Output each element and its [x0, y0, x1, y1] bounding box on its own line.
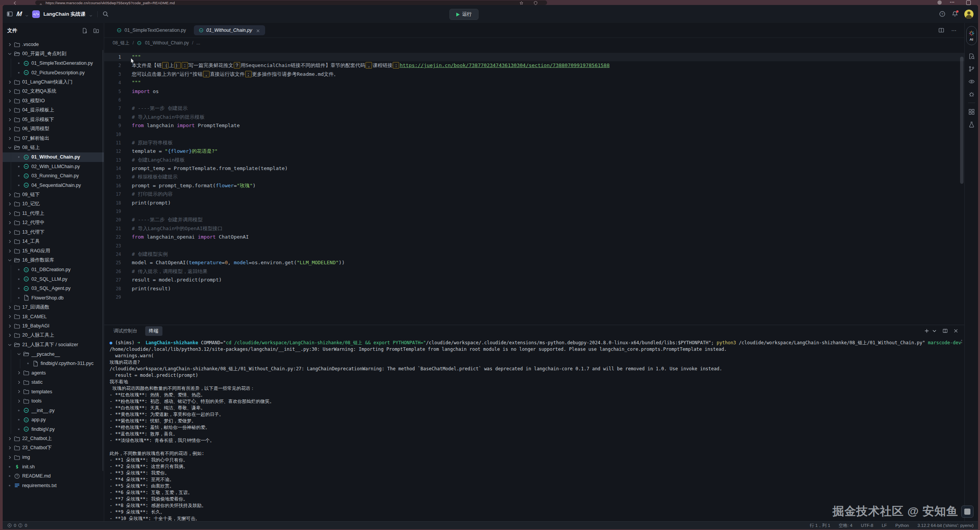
- close-tab-icon[interactable]: [256, 28, 261, 33]
- chevron-right-icon[interactable]: [16, 398, 22, 404]
- tree-item[interactable]: static: [3, 378, 104, 387]
- tree-item[interactable]: __init__.py: [3, 406, 104, 415]
- new-terminal-icon[interactable]: [924, 328, 929, 334]
- extension-shield-icon[interactable]: [533, 0, 538, 5]
- panel-tab[interactable]: 调试控制台: [110, 326, 141, 336]
- chevron-right-icon[interactable]: [7, 107, 13, 113]
- status-item[interactable]: UTF-8: [861, 523, 873, 528]
- toggle-sidebar-icon[interactable]: [7, 11, 13, 17]
- tree-item[interactable]: 06_调用模型: [3, 124, 104, 134]
- code-editor-surface[interactable]: 1"""2本文件是【链（上）：写一篇完美鲜花推文？用SequencialChai…: [104, 48, 965, 325]
- breadcrumb-item[interactable]: 08_链上: [113, 40, 129, 46]
- terminal-scrollbar[interactable]: ▲▼: [960, 339, 963, 344]
- source-control-icon[interactable]: [968, 65, 975, 72]
- tree-item[interactable]: 15_RAG应用: [3, 246, 104, 256]
- tree-item[interactable]: 19_BabyAGI: [3, 321, 104, 331]
- breadcrumb-item[interactable]: 01_Without_Chain.py: [145, 40, 189, 46]
- tree-item[interactable]: 00_开篇词_奇点时刻: [3, 49, 104, 59]
- new-file-icon[interactable]: [82, 28, 88, 34]
- tree-item[interactable]: 23_Chatbot下: [3, 443, 104, 453]
- chevron-right-icon[interactable]: [7, 314, 13, 320]
- chevron-down-icon[interactable]: [7, 342, 13, 348]
- chevron-right-icon[interactable]: [7, 239, 13, 245]
- search-icon[interactable]: [102, 11, 109, 17]
- tree-item[interactable]: __pycache__: [3, 350, 104, 359]
- preview-eye-icon[interactable]: [968, 78, 975, 85]
- tree-item[interactable]: 18_CAMEL: [3, 312, 104, 322]
- tree-item[interactable]: FlowerShop.db: [3, 293, 104, 303]
- tree-item[interactable]: findbigV.py: [3, 425, 104, 434]
- tree-item[interactable]: 01_DBCreation.py: [3, 265, 104, 275]
- chevron-right-icon[interactable]: [7, 445, 13, 451]
- tree-item[interactable]: requirements.txt: [3, 481, 104, 491]
- chevron-right-icon[interactable]: [7, 41, 13, 47]
- new-folder-icon[interactable]: [93, 28, 99, 34]
- editor-tab[interactable]: 01_SimpleTextGeneration.py: [112, 25, 191, 35]
- tree-item[interactable]: 01_LangChain快速入门: [3, 77, 104, 87]
- tree-item[interactable]: findbigV.cpython-311.pyc: [3, 359, 104, 368]
- tree-item[interactable]: 02_文档QA系统: [3, 87, 104, 97]
- status-item[interactable]: Python: [895, 523, 909, 528]
- tree-item[interactable]: 04_SequentialChain.py: [3, 181, 104, 190]
- tree-item[interactable]: 02_PictureDescription.py: [3, 68, 104, 78]
- chevron-right-icon[interactable]: [7, 332, 13, 339]
- tree-item[interactable]: .vscode: [3, 40, 104, 49]
- chevron-right-icon[interactable]: [7, 135, 13, 141]
- chevron-down-icon[interactable]: [7, 145, 13, 151]
- chevron-right-icon[interactable]: [7, 248, 13, 254]
- chevron-right-icon[interactable]: [7, 116, 13, 123]
- tree-item[interactable]: 02_With_LLMChain.py: [3, 162, 104, 172]
- chevron-right-icon[interactable]: [7, 435, 13, 442]
- more-actions-icon[interactable]: ⋯: [951, 27, 957, 33]
- browser-menu-dots-icon[interactable]: •••: [950, 0, 955, 5]
- chevron-right-icon[interactable]: [16, 389, 22, 395]
- close-panel-icon[interactable]: [953, 328, 959, 334]
- tree-item[interactable]: 22_Chatbot上: [3, 434, 104, 443]
- extensions-icon[interactable]: [968, 108, 975, 115]
- test-beaker-icon[interactable]: [968, 121, 975, 128]
- notifications-bell-icon[interactable]: [952, 11, 958, 17]
- chevron-right-icon[interactable]: [16, 379, 22, 385]
- chevron-right-icon[interactable]: [7, 88, 13, 95]
- tree-item[interactable]: 12_代理中: [3, 218, 104, 228]
- tree-item[interactable]: tools: [3, 396, 104, 406]
- file-search-icon[interactable]: [968, 53, 975, 60]
- panel-tab[interactable]: 终端: [145, 326, 162, 336]
- split-editor-icon[interactable]: [938, 27, 944, 33]
- chevron-down-icon[interactable]: [25, 12, 29, 16]
- tree-item[interactable]: 07_解析输出: [3, 134, 104, 143]
- terminal-dropdown-chevron-icon[interactable]: [932, 328, 937, 334]
- chevron-right-icon[interactable]: [7, 229, 13, 235]
- tree-item[interactable]: img: [3, 453, 104, 462]
- chevron-down-icon[interactable]: [89, 12, 93, 16]
- tree-item[interactable]: app.py: [3, 415, 104, 425]
- tree-item[interactable]: 13_代理下: [3, 227, 104, 237]
- tree-item[interactable]: 10_记忆: [3, 200, 104, 209]
- editor-scrollbar[interactable]: [960, 57, 964, 184]
- tree-item[interactable]: 20_人脉工具上: [3, 331, 104, 340]
- tree-item[interactable]: ?README.md: [3, 471, 104, 481]
- chevron-right-icon[interactable]: [7, 454, 13, 460]
- tree-item[interactable]: 02_SQL_LLM.py: [3, 275, 104, 284]
- tree-item[interactable]: templates: [3, 387, 104, 397]
- chevron-right-icon[interactable]: [7, 220, 13, 226]
- tree-item[interactable]: 16_操作数据库: [3, 256, 104, 265]
- chevron-down-icon[interactable]: [16, 351, 22, 357]
- warnings-icon[interactable]: [18, 523, 23, 528]
- terminal-output[interactable]: ● (shims) ➜ LangChain-shizhanke COMMAND=…: [104, 337, 965, 522]
- status-item[interactable]: 3.12.2 64-bit ('shims': pyenv): [918, 523, 973, 528]
- chevron-right-icon[interactable]: [7, 201, 13, 207]
- tree-item[interactable]: 08_链上: [3, 143, 104, 153]
- explorer-scrollbar[interactable]: [102, 50, 103, 471]
- bookmark-star-icon[interactable]: [519, 0, 524, 5]
- tree-item[interactable]: 09_链下: [3, 190, 104, 200]
- chevron-right-icon[interactable]: [7, 79, 13, 85]
- chevron-right-icon[interactable]: [7, 210, 13, 216]
- address-bar[interactable]: https://www.marscode.cn/course/vk05dwp75…: [35, 0, 547, 5]
- chevron-right-icon[interactable]: [7, 126, 13, 132]
- help-icon[interactable]: ?: [939, 11, 946, 17]
- browser-profile-avatar[interactable]: [937, 0, 942, 5]
- workspace-title[interactable]: LangChain 实战课: [43, 11, 85, 18]
- ai-assistant-button[interactable]: AI: [966, 26, 977, 45]
- breadcrumb-item[interactable]: ...: [196, 40, 200, 46]
